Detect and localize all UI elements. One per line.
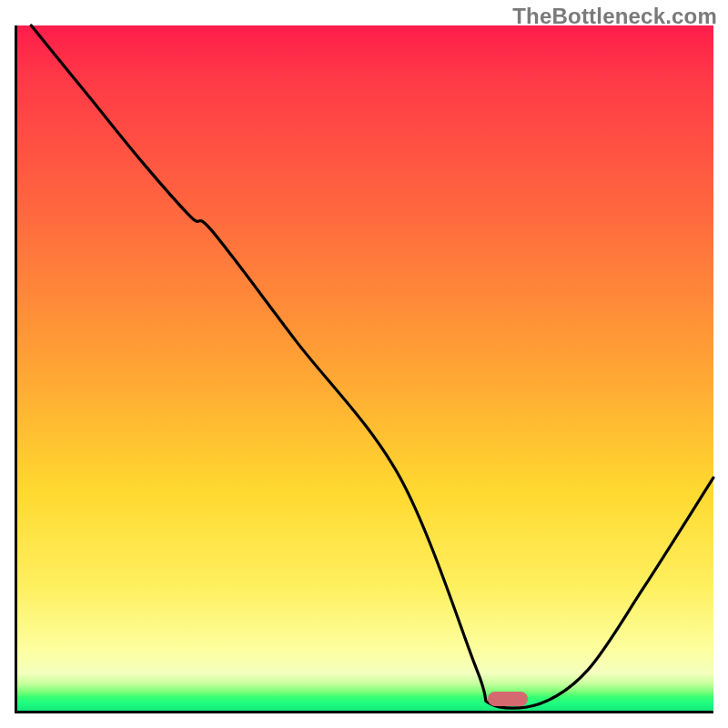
plot-area bbox=[15, 25, 713, 713]
optimal-marker bbox=[488, 692, 528, 706]
watermark-text: TheBottleneck.com bbox=[512, 4, 717, 29]
chart-frame: TheBottleneck.com bbox=[0, 0, 728, 728]
bottleneck-curve bbox=[17, 25, 713, 711]
